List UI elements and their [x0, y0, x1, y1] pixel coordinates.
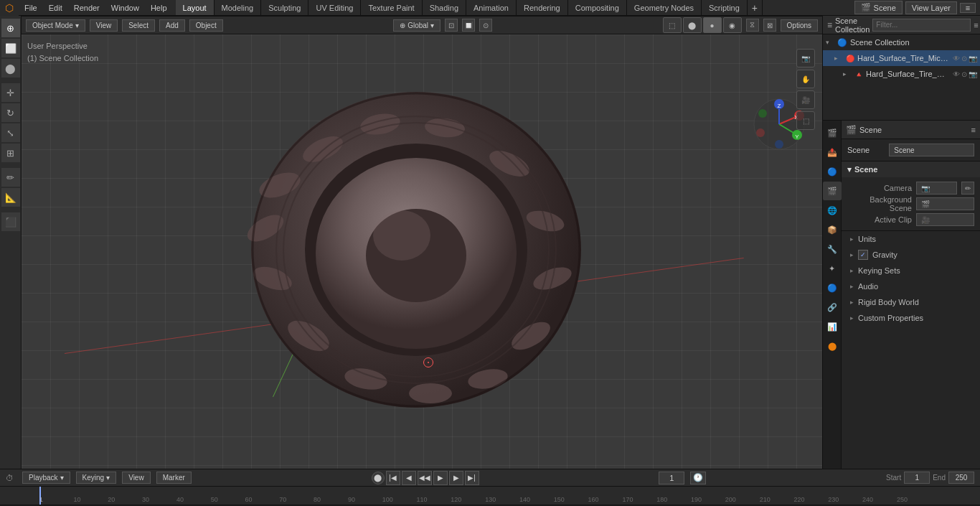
- item-0-eye-icon[interactable]: 👁: [953, 55, 960, 62]
- select-menu-btn[interactable]: Select: [122, 19, 155, 32]
- rigid-body-section[interactable]: ▸ Rigid Body World: [842, 294, 980, 310]
- menu-help[interactable]: Help: [145, 0, 173, 15]
- record-btn[interactable]: ⬤: [372, 472, 385, 484]
- render-region-btn[interactable]: ⬚: [796, 111, 815, 130]
- add-cube-btn[interactable]: ⬛: [1, 212, 20, 231]
- item-1-eye-icon[interactable]: 👁: [953, 70, 960, 78]
- keying-sets-section[interactable]: ▸ Keying Sets: [842, 263, 980, 278]
- blender-logo-icon[interactable]: ⬡: [0, 0, 19, 16]
- pan-view-btn[interactable]: ✋: [796, 70, 815, 88]
- tab-scripting[interactable]: Scripting: [702, 0, 748, 15]
- object-menu-btn[interactable]: Object: [189, 19, 223, 32]
- step-back-btn[interactable]: ◀: [402, 471, 416, 485]
- tab-rendering[interactable]: Rendering: [517, 0, 568, 15]
- play-btn[interactable]: ▶: [433, 471, 448, 485]
- tab-geometry-nodes[interactable]: Geometry Nodes: [627, 0, 702, 15]
- move-tool-btn[interactable]: ✛: [1, 83, 20, 102]
- rotate-tool-btn[interactable]: ↻: [1, 103, 20, 122]
- transform-tool-btn[interactable]: ⊞: [1, 144, 20, 162]
- playback-btn[interactable]: Playback ▾: [22, 472, 70, 484]
- wireframe-shading-btn[interactable]: ⬚: [663, 17, 682, 33]
- outliner-item-0[interactable]: ▸ 🔴 Hard_Surface_Tire_Michelin_X 👁 ⊙ 📷: [823, 50, 980, 66]
- scene-section-header[interactable]: ▾ Scene: [842, 161, 980, 177]
- select-box-btn[interactable]: ⬜: [1, 39, 20, 57]
- camera-edit-btn[interactable]: ✏: [961, 182, 974, 195]
- menu-render[interactable]: Render: [68, 0, 105, 15]
- start-frame-input[interactable]: 1: [904, 472, 930, 484]
- end-frame-input[interactable]: 250: [948, 472, 974, 484]
- camera-field-value[interactable]: 📷: [916, 182, 957, 195]
- item-0-render-icon[interactable]: 📷: [969, 55, 977, 62]
- tab-compositing[interactable]: Compositing: [568, 0, 627, 15]
- camera-lock-btn[interactable]: 🎥: [796, 90, 815, 109]
- add-workspace-tab[interactable]: +: [748, 0, 763, 15]
- overlays-btn[interactable]: ⧖: [746, 19, 759, 32]
- scene-name-value[interactable]: Scene: [889, 144, 974, 156]
- material-shading-btn[interactable]: ●: [703, 17, 722, 33]
- prop-modifier-icon[interactable]: 🔧: [823, 240, 842, 258]
- transform-orientation-btn[interactable]: ⊕ Global ▾: [393, 19, 440, 32]
- properties-filter-btn[interactable]: ≡: [971, 126, 976, 134]
- prop-scene-icon[interactable]: 🎬: [823, 182, 842, 200]
- tab-animation[interactable]: Animation: [466, 0, 517, 15]
- prop-particles-icon[interactable]: ✦: [823, 259, 842, 278]
- prop-output-icon[interactable]: 📤: [823, 143, 842, 161]
- camera-view-btn[interactable]: 📷: [796, 49, 815, 67]
- prop-data-icon[interactable]: 📊: [823, 317, 842, 336]
- menu-window[interactable]: Window: [105, 0, 145, 15]
- item-1-select-icon[interactable]: ⊙: [961, 70, 967, 78]
- menu-edit[interactable]: Edit: [43, 0, 68, 15]
- keying-btn[interactable]: Keying ▾: [76, 472, 117, 484]
- scene-collection-item[interactable]: ▾ 🔵 Scene Collection: [823, 34, 980, 50]
- view-timeline-btn[interactable]: View: [122, 472, 151, 484]
- select-circle-btn[interactable]: ⬤: [1, 59, 20, 78]
- pivot-point-btn[interactable]: ⊡: [445, 19, 458, 32]
- snapping-btn[interactable]: 🔲: [462, 19, 475, 32]
- prop-constraints-icon[interactable]: 🔗: [823, 298, 842, 317]
- prop-world-icon[interactable]: 🌐: [823, 201, 842, 220]
- tab-sculpting[interactable]: Sculpting: [261, 0, 308, 15]
- frame-clock-btn[interactable]: 🕐: [690, 472, 706, 484]
- scale-tool-btn[interactable]: ⤡: [1, 123, 20, 142]
- marker-btn[interactable]: Marker: [156, 472, 192, 484]
- jump-start-btn[interactable]: |◀: [386, 471, 400, 485]
- outliner-filter-icon[interactable]: ≡: [974, 21, 978, 29]
- prop-object-icon[interactable]: 📦: [823, 220, 842, 239]
- audio-section[interactable]: ▸ Audio: [842, 278, 980, 294]
- scene-selector[interactable]: 🎬 User Perspective Scene: [854, 1, 903, 14]
- custom-props-section[interactable]: ▸ Custom Properties: [842, 310, 980, 326]
- outliner-item-1[interactable]: ▸ 🔺 Hard_Surface_Tire_Miche 👁 ⊙ 📷: [823, 66, 980, 82]
- units-section[interactable]: ▸ Units: [842, 231, 980, 247]
- tab-uv-editing[interactable]: UV Editing: [308, 0, 361, 15]
- filter-icon-btn[interactable]: ≡: [960, 3, 976, 13]
- xray-btn[interactable]: ⊠: [763, 19, 776, 32]
- prop-render-icon[interactable]: 🎬: [823, 123, 842, 142]
- object-mode-dropdown[interactable]: Object Mode ▾: [26, 19, 85, 32]
- prop-physics-icon[interactable]: 🔵: [823, 278, 842, 297]
- gravity-checkbox[interactable]: ✓: [858, 250, 868, 260]
- view-layer-btn[interactable]: View Layer: [905, 1, 957, 14]
- proportional-edit-btn[interactable]: ⊙: [479, 19, 492, 32]
- 3d-viewport[interactable]: User Perspective (1) Scene Collection X …: [22, 34, 822, 469]
- tab-modeling[interactable]: Modeling: [215, 0, 262, 15]
- gravity-section[interactable]: ▸ ✓ Gravity: [842, 247, 980, 263]
- measure-btn[interactable]: 📐: [1, 188, 20, 207]
- rendered-shading-btn[interactable]: ◉: [723, 17, 742, 33]
- outliner-search-input[interactable]: [872, 19, 971, 32]
- timeline-ruler[interactable]: 1 10 20 30 40 50 60 70 80 90 100 110 120…: [0, 487, 980, 505]
- bg-scene-field-value[interactable]: 🎬: [916, 197, 974, 210]
- view-menu-btn[interactable]: View: [90, 19, 118, 32]
- tab-layout[interactable]: Layout: [176, 0, 215, 15]
- item-1-render-icon[interactable]: 📷: [969, 70, 977, 78]
- prop-material-icon[interactable]: ⬤: [823, 337, 842, 355]
- tab-texture-paint[interactable]: Texture Paint: [361, 0, 422, 15]
- cursor-tool-btn[interactable]: ⊕: [1, 19, 20, 37]
- annotate-btn[interactable]: ✏: [1, 168, 20, 187]
- active-clip-field-value[interactable]: 🎥: [916, 213, 974, 226]
- options-btn[interactable]: Options: [781, 19, 818, 32]
- step-forward-btn[interactable]: ▶: [449, 471, 463, 485]
- prop-view-layer-icon[interactable]: 🔵: [823, 162, 842, 181]
- menu-file[interactable]: File: [19, 0, 43, 15]
- current-frame-display[interactable]: 1: [659, 472, 684, 484]
- play-reverse-btn[interactable]: ◀◀: [418, 471, 432, 485]
